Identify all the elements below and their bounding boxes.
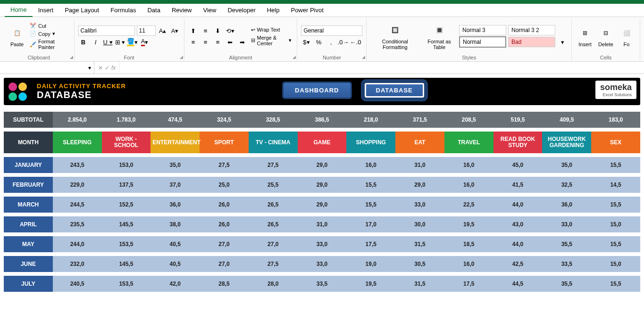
column-header[interactable]: READ BOOK STUDY bbox=[493, 132, 543, 153]
styles-more-icon[interactable]: ▾ bbox=[557, 37, 568, 47]
tab-formulas[interactable]: Formulas bbox=[105, 4, 142, 16]
tab-help[interactable]: Help bbox=[261, 4, 285, 16]
data-cell[interactable]: 26,0 bbox=[200, 216, 249, 232]
formula-input[interactable] bbox=[119, 62, 644, 74]
border-button[interactable]: ⊞ ▾ bbox=[115, 37, 125, 47]
data-cell[interactable]: 38,0 bbox=[151, 216, 200, 232]
data-cell[interactable]: 153,5 bbox=[102, 276, 151, 292]
data-cell[interactable]: 36,0 bbox=[151, 197, 200, 213]
column-header[interactable]: GAME bbox=[298, 132, 347, 153]
data-cell[interactable]: 33,0 bbox=[298, 256, 347, 272]
wrap-text-button[interactable]: ↩Wrap Text bbox=[250, 26, 293, 33]
data-cell[interactable]: 25,5 bbox=[249, 177, 298, 193]
fx-icon[interactable]: fx bbox=[111, 65, 116, 71]
data-cell[interactable]: 30,0 bbox=[395, 216, 444, 232]
data-cell[interactable]: 31,5 bbox=[395, 236, 444, 252]
column-header[interactable]: TRAVEL bbox=[444, 132, 493, 153]
data-cell[interactable]: 15,5 bbox=[346, 177, 395, 193]
data-cell[interactable]: 28,0 bbox=[249, 276, 298, 292]
align-bottom-icon[interactable]: ⬇ bbox=[213, 25, 223, 36]
column-header[interactable]: HOUSEWORK GARDENING bbox=[542, 132, 591, 153]
font-color-button[interactable]: A▾ bbox=[140, 37, 150, 47]
dashboard-button[interactable]: DASHBOARD bbox=[282, 82, 352, 99]
cancel-formula-icon[interactable]: ✕ bbox=[98, 65, 103, 71]
data-cell[interactable]: 244,0 bbox=[53, 236, 102, 252]
align-right-icon[interactable]: ≡ bbox=[213, 37, 223, 47]
style-normal32[interactable]: Normal 3 2 bbox=[508, 25, 555, 35]
data-cell[interactable]: 35,0 bbox=[542, 157, 591, 173]
data-cell[interactable]: 36,0 bbox=[542, 197, 591, 213]
subtotal-cell[interactable]: 386,5 bbox=[298, 112, 347, 128]
data-cell[interactable]: 17,0 bbox=[346, 216, 395, 232]
font-size-select[interactable] bbox=[137, 25, 156, 36]
format-painter-button[interactable]: 🖌️Format Painter bbox=[28, 38, 70, 50]
data-cell[interactable]: 15,5 bbox=[591, 157, 640, 173]
month-cell[interactable]: JANUARY bbox=[4, 157, 53, 173]
copy-button[interactable]: 📄Copy ▾ bbox=[28, 30, 70, 37]
subtotal-cell[interactable]: 2.854,0 bbox=[53, 112, 102, 128]
underline-button[interactable]: U ▾ bbox=[103, 37, 113, 47]
data-cell[interactable]: 19,0 bbox=[346, 256, 395, 272]
dec-decimal-icon[interactable]: ←.0 bbox=[350, 37, 360, 47]
data-cell[interactable]: 27,0 bbox=[200, 236, 249, 252]
data-cell[interactable]: 235,5 bbox=[53, 216, 102, 232]
subtotal-cell[interactable]: 208,5 bbox=[444, 112, 493, 128]
data-cell[interactable]: 27,0 bbox=[249, 236, 298, 252]
data-cell[interactable]: 16,0 bbox=[444, 177, 493, 193]
tab-developer[interactable]: Developer bbox=[222, 4, 261, 16]
align-middle-icon[interactable]: ≡ bbox=[201, 25, 211, 36]
decrease-font-icon[interactable]: A▾ bbox=[170, 25, 180, 36]
data-cell[interactable]: 15,0 bbox=[591, 216, 640, 232]
data-cell[interactable]: 33,0 bbox=[542, 216, 591, 232]
data-cell[interactable]: 16,0 bbox=[346, 157, 395, 173]
column-header[interactable]: TV - CINEMA bbox=[249, 132, 298, 153]
bold-button[interactable]: B bbox=[78, 37, 89, 47]
data-cell[interactable]: 41,5 bbox=[493, 177, 543, 193]
month-cell[interactable]: JULY bbox=[4, 276, 53, 292]
column-header[interactable]: EAT bbox=[395, 132, 444, 153]
insert-cells-button[interactable]: ⊞ Insert bbox=[576, 25, 594, 48]
data-cell[interactable]: 29,0 bbox=[298, 177, 347, 193]
data-cell[interactable]: 137,5 bbox=[102, 177, 151, 193]
column-header[interactable]: WORK - SCHOOL bbox=[102, 132, 151, 153]
data-cell[interactable]: 44,0 bbox=[493, 236, 543, 252]
column-header[interactable]: ENTERTAINMENT bbox=[151, 132, 200, 153]
format-cells-button[interactable]: ⬜ Fo bbox=[617, 25, 636, 48]
data-cell[interactable]: 14,5 bbox=[591, 177, 640, 193]
number-format-select[interactable] bbox=[301, 25, 362, 36]
column-header[interactable]: SPORT bbox=[200, 132, 249, 153]
data-cell[interactable]: 31,5 bbox=[395, 276, 444, 292]
data-cell[interactable]: 17,5 bbox=[346, 236, 395, 252]
data-cell[interactable]: 15,5 bbox=[346, 197, 395, 213]
accept-formula-icon[interactable]: ✓ bbox=[105, 65, 109, 71]
data-cell[interactable]: 229,0 bbox=[53, 177, 102, 193]
data-cell[interactable]: 27,0 bbox=[200, 256, 249, 272]
data-cell[interactable]: 29,0 bbox=[298, 197, 347, 213]
paste-button[interactable]: 📋 Paste bbox=[8, 25, 26, 48]
data-cell[interactable]: 153,5 bbox=[102, 236, 151, 252]
data-cell[interactable]: 27,5 bbox=[249, 157, 298, 173]
merge-center-button[interactable]: ⊟Merge & Center ▾ bbox=[250, 34, 293, 47]
subtotal-cell[interactable]: 409,5 bbox=[542, 112, 591, 128]
subtotal-cell[interactable]: 371,5 bbox=[395, 112, 444, 128]
data-cell[interactable]: 19,5 bbox=[346, 276, 395, 292]
data-cell[interactable]: 33,5 bbox=[542, 256, 591, 272]
subtotal-cell[interactable]: 1.783,0 bbox=[102, 112, 151, 128]
data-cell[interactable]: 45,0 bbox=[493, 157, 543, 173]
data-cell[interactable]: 15,5 bbox=[591, 197, 640, 213]
style-normal3[interactable]: Normal 3 bbox=[459, 25, 506, 35]
data-cell[interactable]: 15,0 bbox=[591, 256, 640, 272]
data-cell[interactable]: 29,0 bbox=[298, 157, 347, 173]
data-cell[interactable]: 44,0 bbox=[493, 197, 543, 213]
month-cell[interactable]: APRIL bbox=[4, 216, 53, 232]
data-cell[interactable]: 35,5 bbox=[542, 276, 591, 292]
indent-inc-icon[interactable]: ➡ bbox=[237, 37, 248, 47]
subtotal-cell[interactable]: 183,0 bbox=[591, 112, 640, 128]
data-cell[interactable]: 27,5 bbox=[249, 256, 298, 272]
italic-button[interactable]: I bbox=[91, 37, 101, 47]
month-cell[interactable]: JUNE bbox=[4, 256, 53, 272]
clipboard-launcher[interactable]: ◢ bbox=[70, 55, 73, 59]
month-cell[interactable]: FEBRUARY bbox=[4, 177, 53, 193]
subtotal-cell[interactable]: 218,0 bbox=[346, 112, 395, 128]
tab-view[interactable]: View bbox=[198, 4, 222, 16]
